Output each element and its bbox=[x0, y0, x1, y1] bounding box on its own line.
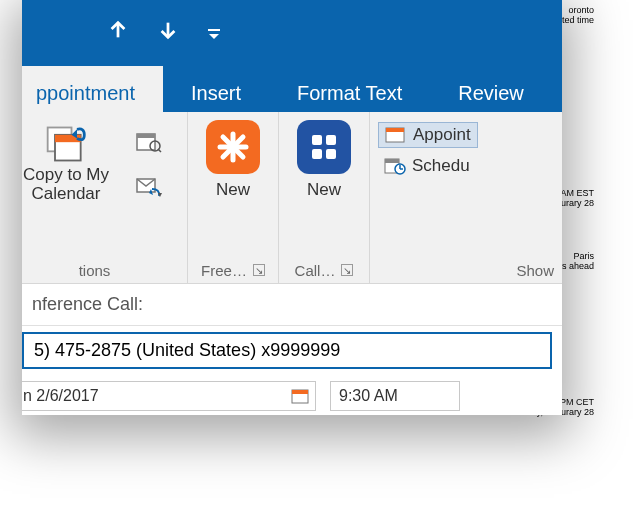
redo-icon[interactable] bbox=[157, 19, 179, 47]
start-time-value: 9:30 AM bbox=[339, 387, 398, 405]
start-date-value: n 2/6/2017 bbox=[23, 387, 99, 405]
svg-rect-20 bbox=[312, 149, 322, 159]
ribbon-group-label-show: Show bbox=[374, 259, 558, 281]
calendar-small-icon bbox=[385, 126, 407, 144]
dialog-launcher-icon[interactable]: ↘ bbox=[341, 264, 353, 276]
new-conference-button[interactable]: New bbox=[192, 118, 274, 200]
svg-rect-21 bbox=[326, 149, 336, 159]
start-date-field[interactable]: n 2/6/2017 bbox=[22, 381, 316, 411]
undo-icon[interactable] bbox=[107, 19, 129, 47]
grid-app-icon bbox=[297, 120, 351, 174]
copy-label-line1: Copy to My bbox=[23, 166, 109, 185]
tab-format-text[interactable]: Format Text bbox=[269, 66, 430, 112]
calendar-search-icon bbox=[136, 131, 162, 153]
customize-qat-icon[interactable] bbox=[207, 28, 217, 38]
new-conference-label: New bbox=[216, 180, 250, 200]
tab-appointment[interactable]: ppointment bbox=[22, 66, 163, 112]
location-input[interactable] bbox=[24, 334, 550, 367]
ribbon-group-call: New Call… ↘ bbox=[279, 112, 370, 283]
ribbon-group-show: Appoint Schedu Show bbox=[370, 112, 562, 283]
svg-rect-2 bbox=[208, 29, 220, 31]
reply-button[interactable] bbox=[132, 172, 166, 200]
svg-rect-19 bbox=[326, 135, 336, 145]
subject-row: nference Call: bbox=[22, 284, 562, 326]
appointment-view-label: Appoint bbox=[413, 125, 471, 145]
svg-rect-25 bbox=[385, 159, 399, 163]
calendar-view-button[interactable] bbox=[132, 128, 166, 156]
location-row bbox=[22, 332, 552, 369]
svg-line-10 bbox=[158, 149, 161, 152]
ribbon-group-label-free: Free… ↘ bbox=[192, 259, 274, 281]
schedule-icon bbox=[384, 157, 406, 175]
ribbon-group-actions: Copy to My Calendar bbox=[22, 112, 188, 283]
titlebar bbox=[22, 0, 562, 66]
calendar-copy-icon bbox=[44, 122, 88, 166]
svg-rect-30 bbox=[292, 390, 308, 394]
ribbon-tabs: ppointment Insert Format Text Review bbox=[22, 66, 562, 112]
scheduling-view-button[interactable]: Schedu bbox=[378, 154, 476, 178]
ribbon-group-label-actions: tions bbox=[22, 259, 183, 281]
svg-rect-23 bbox=[386, 128, 404, 132]
ribbon-group-free: New Free… ↘ bbox=[188, 112, 279, 283]
copy-label-line2: Calendar bbox=[32, 185, 101, 204]
calendar-picker-icon bbox=[291, 388, 309, 404]
subject-label-fragment: nference Call: bbox=[32, 294, 143, 315]
ribbon-group-label-call: Call… ↘ bbox=[283, 259, 365, 281]
svg-marker-3 bbox=[209, 34, 219, 39]
appointment-view-button[interactable]: Appoint bbox=[378, 122, 478, 148]
outlook-appointment-window: ppointment Insert Format Text Review Cop… bbox=[22, 0, 562, 415]
svg-rect-8 bbox=[137, 134, 155, 138]
appointment-form: nference Call: n 2/6/2017 9:30 AM bbox=[22, 284, 562, 417]
copy-to-my-calendar-button[interactable]: Copy to My Calendar bbox=[22, 118, 126, 203]
datetime-row: n 2/6/2017 9:30 AM bbox=[22, 375, 562, 417]
new-call-button[interactable]: New bbox=[283, 118, 365, 200]
new-call-label: New bbox=[307, 180, 341, 200]
svg-rect-18 bbox=[312, 135, 322, 145]
tab-insert[interactable]: Insert bbox=[163, 66, 269, 112]
ribbon: Copy to My Calendar bbox=[22, 112, 562, 284]
start-time-field[interactable]: 9:30 AM bbox=[330, 381, 460, 411]
scheduling-view-label: Schedu bbox=[412, 156, 470, 176]
asterisk-app-icon bbox=[206, 120, 260, 174]
envelope-reply-icon bbox=[136, 175, 162, 197]
dialog-launcher-icon[interactable]: ↘ bbox=[253, 264, 265, 276]
tab-review[interactable]: Review bbox=[430, 66, 552, 112]
